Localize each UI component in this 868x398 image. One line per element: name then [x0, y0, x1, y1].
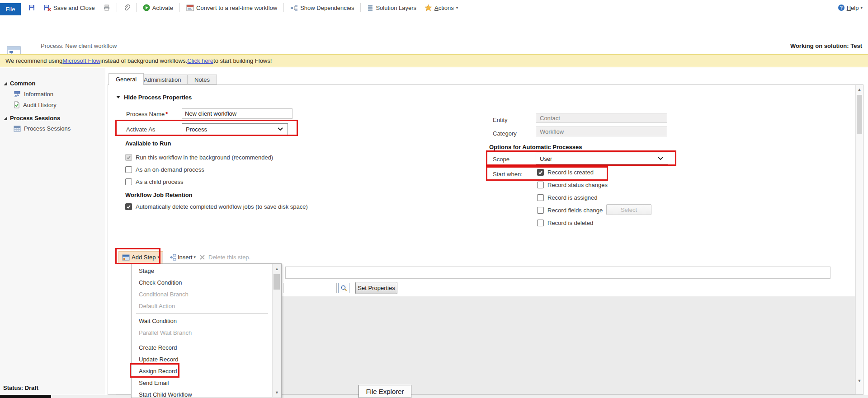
add-step-icon — [122, 254, 130, 261]
sidebar-section-process-sessions[interactable]: Process Sessions — [4, 115, 60, 122]
checkbox-row-child: As a child process — [125, 178, 184, 185]
menu-item-check-condition[interactable]: Check Condition — [132, 276, 273, 288]
scrollbar-thumb[interactable] — [857, 95, 862, 134]
record-status-changes-checkbox[interactable] — [537, 182, 544, 188]
step-record-input[interactable] — [283, 283, 337, 293]
scope-select[interactable]: User — [536, 153, 668, 164]
on-demand-checkbox[interactable] — [125, 166, 132, 173]
record-assigned-checkbox[interactable] — [537, 194, 544, 201]
menu-item-assign-record[interactable]: Assign Record — [132, 365, 273, 377]
checkbox-label: Record is created — [547, 169, 594, 176]
help-label: Help — [847, 5, 859, 11]
scroll-up-arrow[interactable]: ▲ — [856, 86, 863, 93]
chevron-down-icon: ▾ — [860, 6, 863, 10]
convert-realtime-button[interactable]: Convert to a real-time workflow — [184, 3, 279, 13]
convert-realtime-label: Convert to a real-time workflow — [196, 5, 277, 11]
sidebar-item-label: Process Sessions — [24, 125, 71, 132]
menu-item-start-child-workflow[interactable]: Start Child Workflow — [132, 389, 273, 398]
dependencies-icon — [290, 5, 298, 11]
insert-icon — [170, 254, 176, 261]
save-and-close-button[interactable]: Save and Close — [42, 3, 97, 13]
record-deleted-checkbox[interactable] — [537, 220, 544, 226]
run-background-checkbox[interactable] — [125, 154, 132, 161]
hide-process-properties-toggle[interactable]: Hide Process Properties — [116, 94, 192, 101]
scroll-down-arrow[interactable]: ▼ — [856, 377, 863, 384]
paperclip-icon — [123, 4, 130, 11]
working-on-solution: Working on solution: Test — [790, 42, 862, 49]
checkbox-row-record-assigned: Record is assigned — [537, 194, 598, 201]
solution-layers-button[interactable]: Solution Layers — [365, 3, 418, 13]
insert-button[interactable]: Insert ▾ — [167, 251, 198, 263]
menu-scrollbar[interactable]: ▲ ▼ — [272, 264, 281, 397]
add-step-button[interactable]: Add Step ▾ — [118, 251, 163, 263]
actions-button[interactable]: Actions ▾ — [423, 3, 460, 13]
checkbox-label: Record is deleted — [547, 220, 593, 226]
hide-process-properties-label: Hide Process Properties — [124, 94, 192, 101]
menu-item-create-record[interactable]: Create Record — [132, 342, 273, 353]
menu-item-wait-condition[interactable]: Wait Condition — [132, 315, 273, 327]
auto-delete-checkbox[interactable] — [125, 203, 132, 210]
toolbar-separator — [179, 3, 180, 12]
scroll-up-arrow[interactable]: ▲ — [273, 264, 281, 273]
svg-text:?: ? — [840, 5, 843, 10]
auto-processes-heading: Options for Automatic Processes — [489, 144, 582, 150]
click-here-link[interactable]: Click here — [187, 57, 213, 64]
category-value: Workflow — [540, 128, 564, 135]
checkbox-label: Record fields change — [547, 207, 603, 214]
layers-icon — [367, 5, 373, 11]
tab-notes[interactable]: Notes — [187, 75, 217, 84]
toolbar-separator — [117, 3, 117, 12]
sidebar-item-process-sessions[interactable]: Process Sessions — [14, 125, 71, 132]
toolbar-separator — [136, 3, 137, 12]
checkbox-row-status-changes: Record status changes — [537, 182, 608, 188]
navigation-sidebar: Common Information Audit History Process… — [0, 68, 105, 395]
lookup-button[interactable] — [338, 283, 349, 293]
available-to-run-heading: Available to Run — [125, 140, 171, 147]
tab-general[interactable]: General — [108, 73, 144, 85]
checkbox-label: Run this workflow in the background (rec… — [136, 154, 273, 161]
show-dependencies-label: Show Dependencies — [300, 5, 354, 11]
sidebar-item-audit-history[interactable]: Audit History — [14, 101, 57, 108]
activate-button[interactable]: Activate — [141, 3, 175, 13]
save-and-close-label: Save and Close — [53, 5, 95, 11]
activate-as-label: Activate As — [126, 126, 155, 133]
record-created-checkbox[interactable] — [537, 169, 544, 176]
child-process-checkbox[interactable] — [125, 178, 132, 185]
vertical-scrollbar[interactable]: ▲ ▼ — [855, 85, 863, 394]
sidebar-item-information[interactable]: Information — [14, 90, 53, 98]
step-toolbar: Add Step ▾ Insert ▾ Delete this step. — [116, 250, 855, 264]
help-button[interactable]: ? Help ▾ — [838, 0, 863, 15]
file-button-label: File — [6, 6, 15, 13]
process-name-input[interactable] — [182, 108, 292, 119]
step-description-box[interactable] — [285, 267, 830, 279]
scroll-down-arrow[interactable]: ▼ — [273, 388, 281, 397]
step-editor-area: Set Properties — [282, 264, 855, 394]
menu-item-stage[interactable]: Stage — [132, 265, 273, 276]
attach-button[interactable] — [122, 3, 132, 13]
sidebar-section-common[interactable]: Common — [4, 80, 35, 87]
tab-label: General — [116, 76, 137, 83]
checkbox-label: As an on-demand process — [136, 166, 204, 173]
help-icon: ? — [838, 4, 845, 11]
scrollbar-thumb[interactable] — [274, 274, 280, 290]
activate-as-select[interactable]: Process — [182, 123, 288, 135]
save-button[interactable] — [26, 3, 37, 13]
convert-workflow-icon — [186, 5, 194, 11]
show-dependencies-button[interactable]: Show Dependencies — [288, 3, 356, 13]
delete-step-label: Delete this step. — [208, 254, 250, 261]
menu-item-send-email[interactable]: Send Email — [132, 377, 273, 389]
file-button[interactable]: File — [0, 3, 21, 15]
notice-text: We recommend using — [5, 57, 62, 64]
print-button[interactable] — [101, 3, 112, 13]
menu-item-update-record[interactable]: Update Record — [132, 353, 273, 365]
record-fields-change-checkbox[interactable] — [537, 207, 544, 214]
entity-value: Contact — [540, 115, 560, 122]
chevron-down-icon: ▾ — [158, 255, 160, 259]
select-fields-button[interactable]: Select — [606, 204, 651, 215]
chevron-down-icon — [658, 157, 663, 160]
scope-value: User — [540, 155, 552, 162]
microsoft-flow-link[interactable]: Microsoft Flow — [62, 57, 100, 64]
set-properties-button[interactable]: Set Properties — [355, 282, 397, 294]
tab-administration[interactable]: Administration — [137, 75, 188, 84]
checkbox-row-ondemand: As an on-demand process — [125, 166, 204, 173]
